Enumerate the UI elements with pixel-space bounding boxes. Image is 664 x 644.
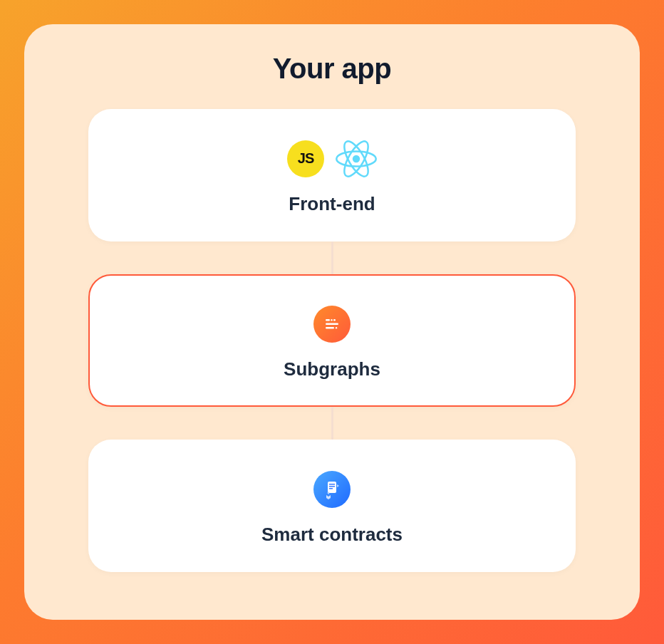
svg-point-9 bbox=[336, 327, 337, 328]
layer-label: Subgraphs bbox=[284, 358, 380, 380]
react-icon bbox=[336, 138, 377, 180]
svg-point-5 bbox=[331, 319, 332, 321]
app-panel: Your app JS bbox=[24, 24, 640, 620]
subgraphs-icons bbox=[313, 301, 351, 347]
connector-line bbox=[331, 242, 333, 274]
svg-rect-12 bbox=[329, 486, 335, 487]
diagram-frame: Your app JS bbox=[0, 0, 664, 644]
layer-card-frontend: JS Front-end bbox=[88, 109, 576, 242]
svg-rect-4 bbox=[326, 319, 330, 321]
frontend-icons: JS bbox=[287, 136, 377, 182]
svg-marker-16 bbox=[326, 495, 331, 499]
layer-label: Smart contracts bbox=[261, 524, 403, 546]
panel-title: Your app bbox=[273, 53, 391, 85]
layer-card-subgraphs: Subgraphs bbox=[88, 274, 576, 407]
svg-rect-11 bbox=[329, 484, 335, 485]
javascript-icon: JS bbox=[287, 140, 324, 177]
svg-rect-7 bbox=[326, 323, 338, 325]
svg-rect-8 bbox=[326, 327, 334, 329]
layer-label: Front-end bbox=[289, 193, 375, 215]
svg-rect-13 bbox=[329, 488, 333, 489]
subgraph-icon bbox=[313, 306, 351, 343]
svg-marker-15 bbox=[337, 484, 339, 487]
layer-card-contracts: Smart contracts bbox=[88, 440, 576, 572]
svg-rect-6 bbox=[333, 319, 336, 321]
layer-stack: JS Front-end bbox=[74, 109, 590, 572]
connector-line bbox=[331, 407, 333, 440]
contracts-icons bbox=[313, 467, 351, 512]
svg-point-0 bbox=[353, 155, 360, 162]
svg-rect-10 bbox=[328, 482, 336, 493]
smart-contract-icon bbox=[313, 471, 351, 508]
